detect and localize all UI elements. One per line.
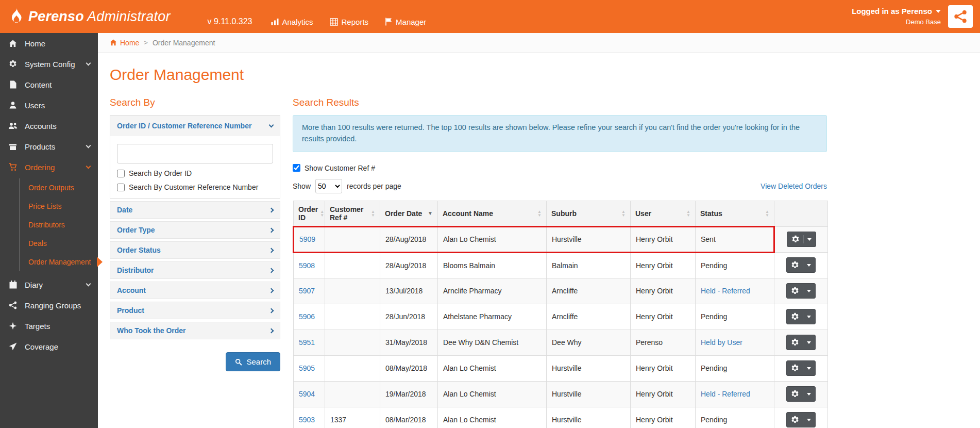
order-id-link[interactable]: 5903 <box>299 416 315 424</box>
status-link[interactable]: Held - Referred <box>701 390 750 398</box>
sort-desc-icon: ▼ <box>428 210 433 216</box>
sidebar-item-system-config[interactable]: System Config <box>0 54 98 74</box>
accordion-product[interactable]: Product <box>110 302 280 319</box>
sidebar-item-targets[interactable]: Targets <box>0 316 98 336</box>
search-by-customer-ref-checkbox[interactable] <box>117 184 125 191</box>
breadcrumb-current: Order Management <box>153 39 215 47</box>
search-by-customer-ref-option[interactable]: Search By Customer Reference Number <box>117 183 273 191</box>
sidebar-item-users[interactable]: Users <box>0 95 98 116</box>
column-header-order-id[interactable]: Order ID▲▼ <box>294 201 325 226</box>
order-id-link[interactable]: 5907 <box>299 287 315 295</box>
logged-in-menu[interactable]: Logged in as Perenso <box>852 6 941 17</box>
app-switcher-button[interactable] <box>948 5 973 28</box>
breadcrumb-home-link[interactable]: Home <box>110 39 139 47</box>
brand[interactable]: PerensoAdministrator <box>9 8 171 25</box>
row-actions-cell <box>774 355 828 381</box>
accordion-order-id-header[interactable]: Order ID / Customer Reference Number <box>110 116 280 136</box>
row-actions-button[interactable] <box>787 232 816 247</box>
nav-reports[interactable]: Reports <box>330 18 369 26</box>
topbar: PerensoAdministrator v 9.11.0.323 Analyt… <box>0 0 980 33</box>
search-by-order-id-option[interactable]: Search By Order ID <box>117 169 273 177</box>
accordion-account[interactable]: Account <box>110 282 280 299</box>
customer-ref-cell <box>325 330 380 355</box>
row-actions-button[interactable] <box>786 309 816 324</box>
checkbox-label: Search By Customer Reference Number <box>129 183 258 191</box>
accordion-order-id-body: Search By Order ID Search By Customer Re… <box>110 136 280 198</box>
row-actions-cell <box>774 252 828 278</box>
show-customer-ref-option[interactable]: Show Customer Ref # <box>293 164 827 172</box>
suburb-cell: Hurstville <box>547 226 631 252</box>
show-customer-ref-checkbox[interactable] <box>293 164 300 172</box>
order-id-link[interactable]: 5904 <box>299 390 315 398</box>
chevron-right-icon <box>269 268 274 273</box>
base-label: Demo Base <box>852 18 941 27</box>
accordion-who-took-the-order[interactable]: Who Took the Order <box>110 322 280 339</box>
gear-icon <box>8 60 18 68</box>
sidebar-item-products[interactable]: Products <box>0 136 98 157</box>
sidebar-item-ranging-groups[interactable]: Ranging Groups <box>0 295 98 316</box>
row-actions-button[interactable] <box>786 412 816 427</box>
nav-label: Manager <box>396 18 426 26</box>
column-header-status[interactable]: Status▲▼ <box>696 201 774 226</box>
nav-analytics[interactable]: Analytics <box>271 18 313 26</box>
column-header-suburb[interactable]: Suburb▲▼ <box>547 201 631 226</box>
account-name-cell: Athelstane Pharmacy <box>438 304 547 330</box>
breadcrumb: Home > Order Management <box>98 33 980 53</box>
accordion-distributor[interactable]: Distributor <box>110 261 280 279</box>
column-header-account-name[interactable]: Account Name▲▼ <box>438 201 547 226</box>
sidebar-item-content[interactable]: Content <box>0 74 98 95</box>
order-id-cell: 5907 <box>294 278 325 304</box>
row-actions-button[interactable] <box>786 257 816 273</box>
suburb-cell: Balmain <box>547 252 631 278</box>
sidebar-item-accounts[interactable]: Accounts <box>0 116 98 136</box>
view-deleted-orders-link[interactable]: View Deleted Orders <box>761 182 827 190</box>
nav-label: Reports <box>342 18 369 26</box>
search-by-order-id-checkbox[interactable] <box>117 170 125 177</box>
accordion-label: Distributor <box>117 266 154 274</box>
sidebar-item-label: Diary <box>25 281 43 289</box>
search-button[interactable]: Search <box>226 352 280 371</box>
row-actions-button[interactable] <box>786 386 816 402</box>
order-date-cell: 28/Aug/2018 <box>380 252 438 278</box>
sidebar-subitem-distributors[interactable]: Distributors <box>20 216 98 234</box>
gear-icon <box>791 235 800 243</box>
order-id-link[interactable]: 5906 <box>299 312 315 321</box>
status-link[interactable]: Held by User <box>701 338 742 347</box>
order-id-input[interactable] <box>117 144 273 163</box>
sidebar-subitem-deals[interactable]: Deals <box>20 234 98 253</box>
page-content: Order Management Search By Order ID / Cu… <box>98 53 980 428</box>
plane-icon <box>8 342 18 351</box>
accordion-order-status[interactable]: Order Status <box>110 241 280 259</box>
row-actions-button[interactable] <box>786 283 816 299</box>
status-link[interactable]: Held - Referred <box>701 287 750 295</box>
search-by-panel: Search By Order ID / Customer Reference … <box>110 89 280 371</box>
sidebar-item-label: Products <box>25 142 55 151</box>
show-customer-ref-label: Show Customer Ref # <box>305 164 375 172</box>
order-id-link[interactable]: 5908 <box>299 261 315 270</box>
user-cell: Henry Orbit <box>631 407 696 428</box>
sidebar-item-home[interactable]: Home <box>0 33 98 54</box>
nav-manager[interactable]: Manager <box>385 18 426 26</box>
order-id-link[interactable]: 5909 <box>299 235 315 243</box>
accordion-order-type[interactable]: Order Type <box>110 221 280 239</box>
accordion-label: Who Took the Order <box>117 326 186 335</box>
order-id-cell: 5908 <box>294 252 325 278</box>
column-header-customer-ref[interactable]: Customer Ref #▲▼ <box>325 201 380 226</box>
sidebar-subitem-order-outputs[interactable]: Order Outputs <box>20 178 98 197</box>
column-header-user[interactable]: User▲▼ <box>631 201 696 226</box>
gear-icon <box>791 287 799 295</box>
accordion-label: Date <box>117 206 132 214</box>
column-header-order-date[interactable]: Order Date▼ <box>380 201 438 226</box>
row-actions-button[interactable] <box>786 360 816 376</box>
sidebar-subitem-order-management[interactable]: Order Management <box>20 253 98 271</box>
accordion-date[interactable]: Date <box>110 201 280 219</box>
sidebar-subitem-price-lists[interactable]: Price Lists <box>20 197 98 216</box>
sidebar-item-coverage[interactable]: Coverage <box>0 336 98 357</box>
row-actions-button[interactable] <box>786 335 816 350</box>
page-size-select[interactable]: 50 <box>315 179 342 193</box>
order-id-link[interactable]: 5951 <box>299 338 315 347</box>
order-id-link[interactable]: 5905 <box>299 364 315 372</box>
search-results-heading: Search Results <box>293 97 827 108</box>
sidebar-item-diary[interactable]: Diary <box>0 274 98 295</box>
sidebar-item-ordering[interactable]: Ordering <box>0 157 98 177</box>
